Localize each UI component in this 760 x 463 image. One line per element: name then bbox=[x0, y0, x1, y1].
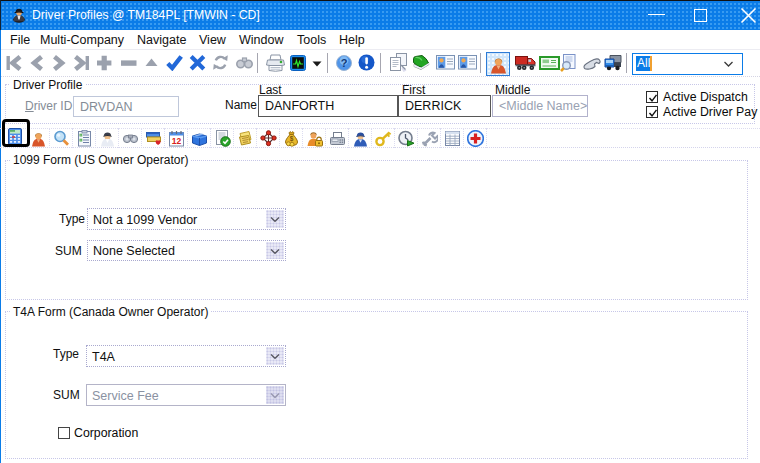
svg-text:$: $ bbox=[290, 135, 294, 143]
svg-text:?: ? bbox=[341, 57, 348, 69]
svg-text:12: 12 bbox=[172, 136, 182, 146]
